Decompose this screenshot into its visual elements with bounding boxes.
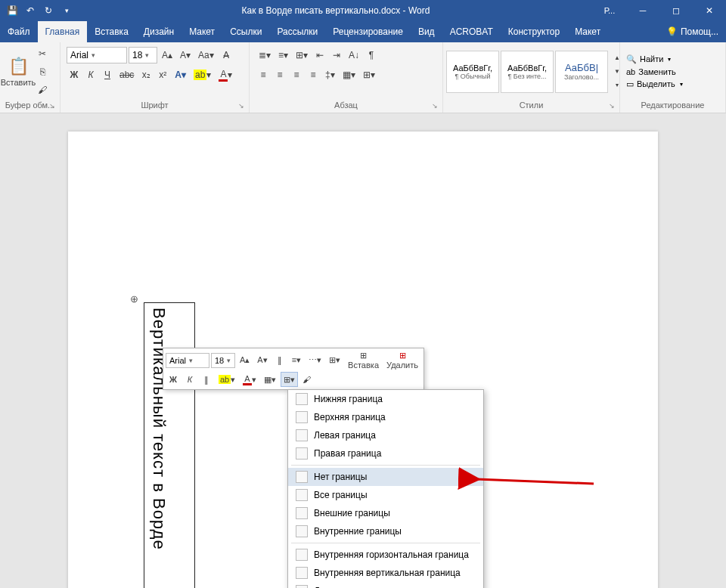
replace-button[interactable]: abЗаменить <box>623 67 686 77</box>
border-all-item[interactable]: Все границы <box>288 486 483 504</box>
border-none-item[interactable]: Нет границы <box>288 468 483 486</box>
mini-vertical-text[interactable]: ‖ <box>272 353 287 368</box>
find-button[interactable]: 🔍Найти▾ <box>623 54 686 65</box>
mini-align[interactable]: ≡▾ <box>289 353 304 368</box>
cut-button[interactable]: ✂ <box>35 45 50 62</box>
mini-bold[interactable]: Ж <box>166 372 181 387</box>
multilevel-button[interactable]: ⊞▾ <box>293 47 311 63</box>
mini-grow-font[interactable]: A▴ <box>237 353 253 368</box>
tab-view[interactable]: Вид <box>411 21 442 42</box>
copy-button[interactable]: ⎘ <box>35 63 50 80</box>
tab-constructor[interactable]: Конструктор <box>501 21 567 42</box>
borders-button[interactable]: ⊞▾ <box>360 67 378 83</box>
font-size-combo[interactable]: 18▾ <box>129 47 157 63</box>
style-heading1[interactable]: АаБбВ|Заголово... <box>555 51 608 93</box>
mini-delete-button[interactable]: ⊞Удалить <box>383 351 421 370</box>
dialog-launcher-icon[interactable]: ↘ <box>238 102 244 110</box>
tab-insert[interactable]: Вставка <box>87 21 136 42</box>
text-effects-button[interactable]: A▾ <box>172 67 189 83</box>
mini-size-combo[interactable]: 18▾ <box>211 353 235 368</box>
vertical-text[interactable]: Вертикальный текст в Ворде <box>144 303 173 555</box>
group-clipboard: 📋 Вставить ✂ ⎘ 🖌 Буфер обм...↘ <box>0 42 60 113</box>
mini-highlight[interactable]: ab▾ <box>216 372 238 387</box>
change-case-button[interactable]: Aa▾ <box>195 47 217 63</box>
style-normal[interactable]: АаБбВвГг,¶ Обычный <box>446 51 499 93</box>
border-top-item[interactable]: Верхняя граница <box>288 408 483 426</box>
border-right-item[interactable]: Правая граница <box>288 444 483 463</box>
align-right-button[interactable]: ≡ <box>289 67 304 83</box>
vertical-textbox[interactable]: Вертикальный текст в Ворде <box>144 302 195 588</box>
superscript-button[interactable]: x² <box>155 67 170 83</box>
mini-vert[interactable]: ‖ <box>199 372 214 387</box>
mini-table-icon[interactable]: ⊞▾ <box>326 353 343 368</box>
tab-home[interactable]: Главная <box>38 21 88 42</box>
grow-font-button[interactable]: A▴ <box>159 47 175 63</box>
show-marks-button[interactable]: ¶ <box>364 47 379 63</box>
group-paragraph: ≣▾ ≡▾ ⊞▾ ⇤ ⇥ A↓ ¶ ≡ ≡ ≡ ≡ ‡▾ ▦▾ ⊞▾ Абзац… <box>250 42 443 113</box>
underline-button[interactable]: Ч <box>100 67 115 83</box>
style-no-spacing[interactable]: АаБбВвГг,¶ Без инте... <box>501 51 554 93</box>
clipboard-icon: 📋 <box>8 57 29 76</box>
dialog-launcher-icon[interactable]: ↘ <box>432 102 438 110</box>
select-button[interactable]: ▭Выделить▾ <box>623 79 686 90</box>
italic-button[interactable]: К <box>83 67 98 83</box>
border-left-item[interactable]: Левая граница <box>288 426 483 444</box>
tab-layout2[interactable]: Макет <box>567 21 608 42</box>
mini-shrink-font[interactable]: A▾ <box>254 353 270 368</box>
bullets-button[interactable]: ≣▾ <box>256 47 274 63</box>
close-icon[interactable]: ✕ <box>693 0 726 21</box>
tab-review[interactable]: Рецензирование <box>325 21 411 42</box>
border-outside-item[interactable]: Внешние границы <box>288 504 483 522</box>
redo-icon[interactable]: ↻ <box>41 3 56 18</box>
mini-insert-button[interactable]: ⊞Вставка <box>345 351 382 370</box>
undo-icon[interactable]: ↶ <box>23 3 38 18</box>
dialog-launcher-icon[interactable]: ↘ <box>609 102 615 110</box>
border-inside-h-item[interactable]: Внутренняя горизонтальная граница <box>288 546 483 564</box>
mini-format-painter[interactable]: 🖌 <box>299 372 315 387</box>
qat-more-icon[interactable]: ▾ <box>59 3 74 18</box>
paste-button[interactable]: 📋 Вставить <box>3 47 33 97</box>
align-left-button[interactable]: ≡ <box>256 67 271 83</box>
document-area[interactable]: ⊕ Вертикальный текст в Ворде Arial▾ 18▾ … <box>0 113 726 588</box>
tell-me[interactable]: 💡Помощ... <box>659 21 726 42</box>
clear-formatting-button[interactable]: A̶ <box>219 47 234 63</box>
align-center-button[interactable]: ≡ <box>272 67 287 83</box>
tab-file[interactable]: Файл <box>0 21 38 42</box>
tab-layout[interactable]: Макет <box>182 21 222 42</box>
border-bottom-item[interactable]: Нижняя граница <box>288 390 483 408</box>
border-inside-item[interactable]: Внутренние границы <box>288 522 483 540</box>
border-inside-v-item[interactable]: Внутренняя вертикальная граница <box>288 564 483 582</box>
tab-mailings[interactable]: Рассылки <box>269 21 325 42</box>
strike-button[interactable]: abc <box>116 67 137 83</box>
numbering-button[interactable]: ≡▾ <box>275 47 291 63</box>
bold-button[interactable]: Ж <box>67 67 82 83</box>
tab-references[interactable]: Ссылки <box>222 21 269 42</box>
font-name-combo[interactable]: Arial▾ <box>67 47 127 63</box>
increase-indent-button[interactable]: ⇥ <box>329 47 344 63</box>
justify-button[interactable]: ≡ <box>306 67 321 83</box>
border-diag-down-item[interactable]: Диагональная граница сверху вниз <box>288 582 483 588</box>
mini-italic[interactable]: К <box>182 372 197 387</box>
mini-shading[interactable]: ▦▾ <box>261 372 279 387</box>
decrease-indent-button[interactable]: ⇤ <box>312 47 327 63</box>
save-icon[interactable]: 💾 <box>5 3 20 18</box>
styles-gallery[interactable]: АаБбВвГг,¶ Обычный АаБбВвГг,¶ Без инте..… <box>446 48 625 96</box>
tab-acrobat[interactable]: ACROBAT <box>442 21 501 42</box>
subscript-button[interactable]: x₂ <box>138 67 154 83</box>
mini-borders-button[interactable]: ⊞▾ <box>281 372 298 387</box>
highlight-button[interactable]: ab▾ <box>191 67 214 83</box>
maximize-icon[interactable]: ◻ <box>659 0 693 21</box>
shrink-font-button[interactable]: A▾ <box>177 47 194 63</box>
mini-font-combo[interactable]: Arial▾ <box>166 353 209 368</box>
sort-button[interactable]: A↓ <box>346 47 362 63</box>
mini-font-color[interactable]: A▾ <box>240 372 259 387</box>
dialog-launcher-icon[interactable]: ↘ <box>49 102 55 110</box>
format-painter-button[interactable]: 🖌 <box>35 82 50 98</box>
ribbon-options-icon[interactable]: Р... <box>593 0 626 21</box>
font-color-button[interactable]: A▾ <box>216 67 235 83</box>
line-spacing-button[interactable]: ‡▾ <box>322 67 338 83</box>
mini-more[interactable]: ⋯▾ <box>306 353 324 368</box>
shading-button[interactable]: ▦▾ <box>340 67 358 83</box>
tab-design[interactable]: Дизайн <box>136 21 182 42</box>
minimize-icon[interactable]: ─ <box>626 0 659 21</box>
